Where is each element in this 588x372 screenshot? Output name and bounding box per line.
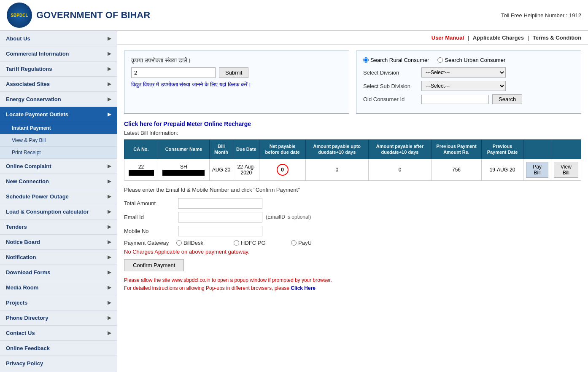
sidebar-item-schedule-power[interactable]: Schedule Power Outage ▶ <box>0 189 117 204</box>
old-consumer-label: Old Consumer Id <box>363 96 418 102</box>
chevron-right-icon: ▶ <box>108 96 111 102</box>
subdivision-select[interactable]: ---Select--- <box>421 81 506 91</box>
payu-option[interactable]: PayU <box>291 240 342 246</box>
terms-condition-link[interactable]: Terms & Condition <box>533 35 581 41</box>
chevron-right-icon: ▶ <box>108 300 111 305</box>
search-button[interactable]: Search <box>492 94 522 104</box>
click-here-link[interactable]: Click Here <box>291 285 316 291</box>
col-actions2 <box>551 140 581 159</box>
sidebar-item-privacy-policy[interactable]: Privacy Policy <box>0 356 117 371</box>
sidebar-label-locate-payment: Locate Payment Outlets <box>6 111 68 118</box>
payu-label: PayU <box>298 240 312 246</box>
sidebar-item-commercial-info[interactable]: Commercial Information ▶ <box>0 46 117 62</box>
sidebar-item-about-us[interactable]: About Us ▶ <box>0 31 117 46</box>
sidebar-item-projects[interactable]: Projects ▶ <box>0 295 117 310</box>
mobile-row: Mobile No <box>124 226 581 236</box>
gateway-row: Payment Gateway BillDesk HDFC PG PayU <box>124 240 581 246</box>
sidebar-label-about-us: About Us <box>6 35 30 42</box>
sidebar-item-phone-directory[interactable]: Phone Directory ▶ <box>0 310 117 326</box>
email-input[interactable] <box>178 212 262 222</box>
net-payable-circled: 0 <box>277 164 289 176</box>
subdivision-label: Select Sub Division <box>363 83 418 89</box>
old-consumer-input[interactable] <box>421 95 489 104</box>
total-amount-label: Total Amount <box>124 200 175 206</box>
sidebar-item-online-complaint[interactable]: Online Complaint ▶ <box>0 159 117 174</box>
table-row: 22 SH AUG-20 22-Aug-2020 0 0 0 <box>124 159 581 180</box>
billdesk-radio[interactable] <box>176 240 182 246</box>
urban-consumer-radio[interactable] <box>437 57 443 63</box>
chevron-right-icon: ▶ <box>108 239 111 245</box>
bill-info-label: Latest Bill Information: <box>124 130 581 136</box>
payu-radio[interactable] <box>291 240 297 246</box>
sidebar-label-projects: Projects <box>6 300 27 306</box>
sidebar-item-download-forms[interactable]: Download Forms ▶ <box>0 265 117 280</box>
view-bill-button[interactable]: View Bill <box>554 162 578 178</box>
sidebar-label-download-forms: Download Forms <box>6 269 50 276</box>
separator1: | <box>468 35 471 41</box>
chevron-right-icon: ▶ <box>108 254 111 260</box>
sidebar-item-tariff[interactable]: Tariff Regulations ▶ <box>0 62 117 77</box>
sidebar-label-notice-board: Notice Board <box>6 239 40 245</box>
sidebar-label-associated-sites: Associated Sites <box>6 81 50 87</box>
sidebar-item-notification[interactable]: Notification ▶ <box>0 250 117 265</box>
sidebar-label-online-complaint: Online Complaint <box>6 163 51 169</box>
col-prev-payment-amount: Previous Payment Amount Rs. <box>432 140 482 159</box>
radio-consumer-type: Search Rural Consumer Search Urban Consu… <box>363 57 574 63</box>
mobile-input[interactable] <box>178 226 262 236</box>
sidebar-item-online-feedback[interactable]: Online Feedback <box>0 341 117 356</box>
col-amount-after-10: Amount payable after duedate+10 days <box>368 140 431 159</box>
cell-prev-payment-amount: 756 <box>432 159 482 180</box>
header-title: GOVERNMENT OF BIHAR <box>36 10 150 21</box>
billdesk-label: BillDesk <box>183 240 203 246</box>
division-row: Select Division ---Select--- <box>363 67 574 78</box>
sidebar-item-media-room[interactable]: Media Room ▶ <box>0 280 117 295</box>
search-section: कृपया उपभोक्ता संख्या डालें। Submit विद्… <box>124 51 581 114</box>
sidebar-item-notice-board[interactable]: Notice Board ▶ <box>0 235 117 250</box>
user-manual-link[interactable]: User Manual <box>432 35 464 41</box>
rural-consumer-radio-label[interactable]: Search Rural Consumer <box>363 57 429 63</box>
sidebar-item-print-receipt[interactable]: Print Receipt <box>0 147 117 159</box>
rural-consumer-radio[interactable] <box>363 57 369 63</box>
hdfc-radio[interactable] <box>234 240 239 246</box>
sidebar-item-energy-conservation[interactable]: Energy Conservation ▶ <box>0 92 117 107</box>
gateway-options: BillDesk HDFC PG PayU <box>176 240 342 246</box>
header-logo: SBPDCL GOVERNMENT OF BIHAR <box>7 3 150 28</box>
cell-due-date: 22-Aug-2020 <box>233 159 259 180</box>
sidebar-item-new-connection[interactable]: New Connection ▶ <box>0 174 117 189</box>
consumer-input-box: कृपया उपभोक्ता संख्या डालें। Submit विद्… <box>124 51 349 114</box>
billdesk-option[interactable]: BillDesk <box>176 240 227 246</box>
division-select[interactable]: ---Select--- <box>421 67 506 78</box>
sidebar-label-privacy-policy: Privacy Policy <box>6 360 43 367</box>
consumer-number-input[interactable] <box>131 67 216 78</box>
sidebar-item-instant-payment[interactable]: Instant Payment <box>0 122 117 134</box>
total-amount-input[interactable] <box>178 198 262 209</box>
pay-bill-button[interactable]: Pay Bill <box>526 162 548 178</box>
bill-table: CA No. Consumer Name Bill Month Due Date… <box>124 139 581 181</box>
chevron-right-icon: ▶ <box>108 36 111 41</box>
confirm-payment-button[interactable]: Confirm Payment <box>124 259 184 271</box>
sidebar: About Us ▶ Commercial Information ▶ Tari… <box>0 31 117 372</box>
urban-consumer-radio-label[interactable]: Search Urban Consumer <box>437 57 505 63</box>
urban-search-box: Search Rural Consumer Search Urban Consu… <box>356 51 581 114</box>
consumer-link[interactable]: विद्युत विपत्र में उपभोक्ता संख्या जानने… <box>131 81 342 88</box>
chevron-right-icon: ▶ <box>108 330 111 336</box>
submit-button[interactable]: Submit <box>219 67 248 78</box>
sidebar-label-commercial-info: Commercial Information <box>6 51 69 57</box>
sidebar-item-locate-payment[interactable]: Locate Payment Outlets ▶ <box>0 107 117 122</box>
sidebar-item-load-consumption[interactable]: Load & Consumption calculator ▶ <box>0 204 117 219</box>
popup-note: Please allow the site www.sbpdcl.co.in t… <box>124 276 581 292</box>
sidebar-item-tenders[interactable]: Tenders ▶ <box>0 219 117 235</box>
sidebar-item-contact-us[interactable]: Contact Us ▶ <box>0 326 117 341</box>
mobile-label: Mobile No <box>124 228 175 234</box>
applicable-charges-link[interactable]: Applicable Charges <box>473 35 524 41</box>
sidebar-submenu-payment: Instant Payment View & Pay Bill Print Re… <box>0 122 117 159</box>
layout: About Us ▶ Commercial Information ▶ Tari… <box>0 31 588 372</box>
cell-consumer-name: SH <box>158 159 210 180</box>
urban-label: Search Urban Consumer <box>445 57 505 63</box>
sidebar-item-view-pay-bill[interactable]: View & Pay Bill <box>0 134 117 147</box>
cell-view-bill: View Bill <box>551 159 581 180</box>
prepaid-meter-link[interactable]: Click here for Prepaid Meter Online Rech… <box>124 120 581 127</box>
sidebar-item-associated-sites[interactable]: Associated Sites ▶ <box>0 77 117 92</box>
consumer-input-label: कृपया उपभोक्ता संख्या डालें। <box>131 57 342 64</box>
hdfc-option[interactable]: HDFC PG <box>234 240 284 246</box>
